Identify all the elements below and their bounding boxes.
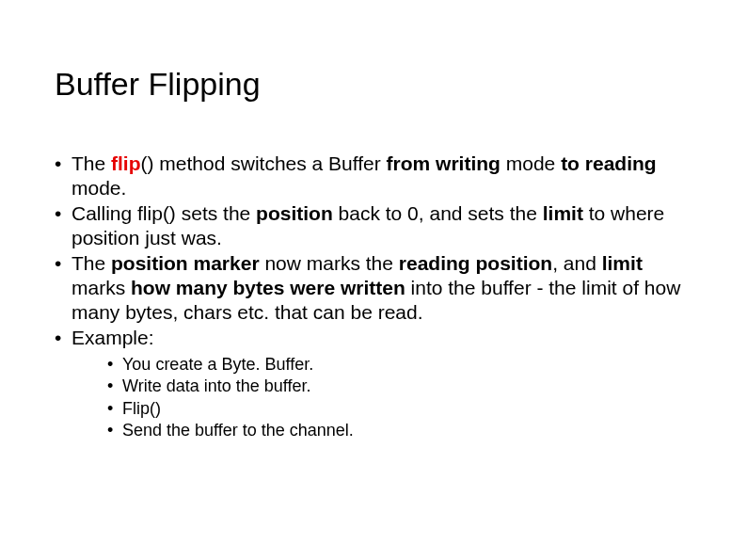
- slide-title: Buffer Flipping: [55, 66, 692, 103]
- sub-bullet-text: Flip(): [122, 399, 161, 418]
- sub-bullet-item: Flip(): [107, 398, 692, 420]
- bullet-list: The flip() method switches a Buffer from…: [55, 152, 692, 441]
- sub-bullet-item: You create a Byte. Buffer.: [107, 354, 692, 376]
- sub-bullet-text: You create a Byte. Buffer.: [122, 355, 313, 374]
- bullet-item: The flip() method switches a Buffer from…: [55, 152, 692, 200]
- sub-bullet-item: Send the buffer to the channel.: [107, 420, 692, 441]
- bullet-item: Example:You create a Byte. Buffer.Write …: [55, 326, 692, 441]
- bullet-item: Calling flip() sets the position back to…: [55, 201, 692, 249]
- bullet-text: The flip() method switches a Buffer from…: [72, 152, 657, 199]
- sub-bullet-item: Write data into the buffer.: [107, 376, 692, 397]
- sub-bullet-text: Write data into the buffer.: [122, 376, 310, 395]
- bullet-item: The position marker now marks the readin…: [55, 251, 692, 324]
- bullet-text: Example:: [72, 327, 154, 348]
- sub-bullet-list: You create a Byte. Buffer.Write data int…: [107, 354, 692, 441]
- sub-bullet-text: Send the buffer to the channel.: [122, 421, 354, 440]
- bullet-text: Calling flip() sets the position back to…: [72, 202, 664, 248]
- slide: Buffer Flipping The flip() method switch…: [0, 0, 747, 560]
- bullet-text: The position marker now marks the readin…: [72, 252, 680, 322]
